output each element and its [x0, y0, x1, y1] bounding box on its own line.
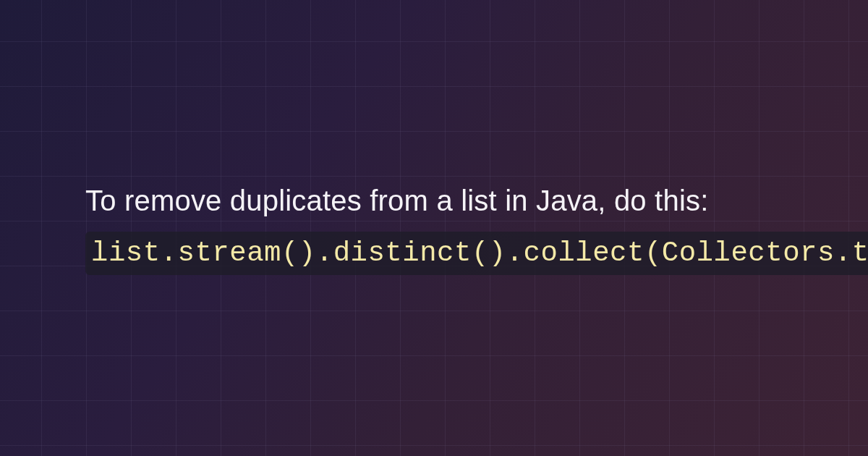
heading-text: To remove duplicates from a list in Java… [85, 185, 868, 217]
code-snippet: list.stream().distinct().collect(Collect… [85, 232, 868, 275]
content-block: To remove duplicates from a list in Java… [85, 185, 868, 275]
